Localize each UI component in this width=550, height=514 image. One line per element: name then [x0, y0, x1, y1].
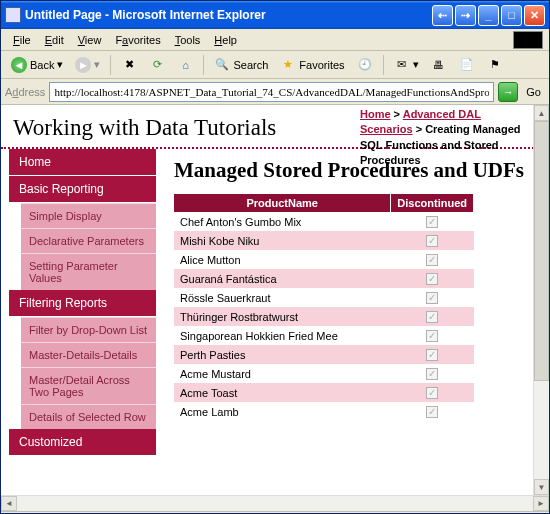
cell-discontinued: ✓: [391, 307, 474, 326]
window-controls: ⇠ ⇢ _ □ ✕: [432, 5, 545, 26]
col-discontinued: Discontinued: [391, 194, 474, 212]
menu-tools[interactable]: Tools: [169, 32, 207, 48]
edit-button[interactable]: 📄: [455, 55, 479, 75]
breadcrumb-home[interactable]: Home: [360, 108, 391, 120]
cell-productname: Thüringer Rostbratwurst: [174, 307, 391, 326]
ie-logo: [513, 31, 543, 49]
cell-productname: Mishi Kobe Niku: [174, 231, 391, 250]
address-label: Address: [5, 86, 45, 98]
cell-productname: Acme Mustard: [174, 364, 391, 383]
home-icon: ⌂: [177, 57, 193, 73]
table-row: Rössle Sauerkraut✓: [174, 288, 474, 307]
cell-discontinued: ✓: [391, 402, 474, 421]
go-label: Go: [522, 86, 545, 98]
checkbox-disabled: ✓: [426, 387, 438, 399]
table-row: Acme Lamb✓: [174, 402, 474, 421]
stop-button[interactable]: ✖: [117, 55, 141, 75]
checkbox-disabled: ✓: [426, 235, 438, 247]
maximize-button[interactable]: □: [501, 5, 522, 26]
forward-button[interactable]: ► ▾: [71, 55, 104, 75]
addressbar: Address → Go: [1, 79, 549, 105]
separator: [110, 55, 111, 75]
history-button[interactable]: 🕘: [353, 55, 377, 75]
sidebar-sub-item[interactable]: Setting Parameter Values: [21, 253, 156, 290]
table-row: Acme Toast✓: [174, 383, 474, 402]
cell-discontinued: ✓: [391, 364, 474, 383]
scroll-left-icon[interactable]: ◄: [1, 496, 17, 511]
scroll-down-icon[interactable]: ▼: [534, 479, 549, 495]
home-button[interactable]: ⌂: [173, 55, 197, 75]
checkbox-disabled: ✓: [426, 406, 438, 418]
checkbox-disabled: ✓: [426, 349, 438, 361]
address-input[interactable]: [49, 82, 494, 102]
extra-button-1[interactable]: ⇠: [432, 5, 453, 26]
sidebar-sub-item[interactable]: Declarative Parameters: [21, 228, 156, 253]
menu-file[interactable]: File: [7, 32, 37, 48]
sidebar-item-filtering-reports[interactable]: Filtering Reports: [9, 290, 156, 317]
table-row: Thüringer Rostbratwurst✓: [174, 307, 474, 326]
scroll-thumb[interactable]: [534, 121, 549, 381]
cell-productname: Singaporean Hokkien Fried Mee: [174, 326, 391, 345]
sidebar-item-customized[interactable]: Customized: [9, 429, 156, 456]
sidebar-item-basic-reporting[interactable]: Basic Reporting: [9, 176, 156, 203]
favorites-button[interactable]: ★ Favorites: [276, 55, 348, 75]
separator: [383, 55, 384, 75]
forward-icon: ►: [75, 57, 91, 73]
products-table: ProductName Discontinued Chef Anton's Gu…: [174, 194, 474, 421]
sidebar-sub-item[interactable]: Simple Display: [21, 203, 156, 228]
cell-discontinued: ✓: [391, 345, 474, 364]
cell-productname: Chef Anton's Gumbo Mix: [174, 212, 391, 231]
close-button[interactable]: ✕: [524, 5, 545, 26]
menu-help[interactable]: Help: [208, 32, 243, 48]
col-productname: ProductName: [174, 194, 391, 212]
browser-viewport: Working with Data Tutorials Home Basic R…: [1, 105, 549, 495]
minimize-button[interactable]: _: [478, 5, 499, 26]
menu-view[interactable]: View: [72, 32, 108, 48]
checkbox-disabled: ✓: [426, 273, 438, 285]
search-label: Search: [233, 59, 268, 71]
checkbox-disabled: ✓: [426, 254, 438, 266]
print-button[interactable]: 🖶: [427, 55, 451, 75]
cell-productname: Acme Toast: [174, 383, 391, 402]
extra-button-2[interactable]: ⇢: [455, 5, 476, 26]
menubar: File Edit View Favorites Tools Help: [1, 29, 549, 51]
go-button[interactable]: →: [498, 82, 518, 102]
sidebar-sub-item[interactable]: Details of Selected Row: [21, 404, 156, 429]
history-icon: 🕘: [357, 57, 373, 73]
checkbox-disabled: ✓: [426, 292, 438, 304]
scroll-right-icon[interactable]: ►: [533, 496, 549, 511]
search-button[interactable]: 🔍 Search: [210, 55, 272, 75]
sidebar-sub-item[interactable]: Master-Details-Details: [21, 342, 156, 367]
search-icon: 🔍: [214, 57, 230, 73]
edit-icon: 📄: [459, 57, 475, 73]
cell-discontinued: ✓: [391, 326, 474, 345]
table-row: Perth Pasties✓: [174, 345, 474, 364]
cell-discontinued: ✓: [391, 212, 474, 231]
sidebar-item-home[interactable]: Home: [9, 149, 156, 176]
sidebar-sub-item[interactable]: Master/Detail Across Two Pages: [21, 367, 156, 404]
back-icon: ◄: [11, 57, 27, 73]
back-button[interactable]: ◄ Back ▾: [7, 55, 67, 75]
table-row: Mishi Kobe Niku✓: [174, 231, 474, 250]
cell-discontinued: ✓: [391, 269, 474, 288]
sidebar-sub-item[interactable]: Filter by Drop-Down List: [21, 317, 156, 342]
checkbox-disabled: ✓: [426, 368, 438, 380]
dropdown-icon: ▾: [94, 58, 100, 71]
window-title: Untitled Page - Microsoft Internet Explo…: [25, 8, 432, 22]
cell-productname: Perth Pasties: [174, 345, 391, 364]
extra-icon: ⚑: [487, 57, 503, 73]
refresh-button[interactable]: ⟳: [145, 55, 169, 75]
vertical-scrollbar[interactable]: ▲ ▼: [533, 105, 549, 495]
table-row: Guaraná Fantástica✓: [174, 269, 474, 288]
menu-edit[interactable]: Edit: [39, 32, 70, 48]
ie-icon: [5, 7, 21, 23]
refresh-icon: ⟳: [149, 57, 165, 73]
breadcrumb: Home > Advanced DAL Scenarios > Creating…: [360, 107, 535, 169]
extra-button[interactable]: ⚑: [483, 55, 507, 75]
cell-discontinued: ✓: [391, 288, 474, 307]
menu-favorites[interactable]: Favorites: [109, 32, 166, 48]
horizontal-scrollbar[interactable]: ◄ ►: [1, 495, 549, 511]
back-label: Back: [30, 59, 54, 71]
mail-button[interactable]: ✉▾: [390, 55, 423, 75]
scroll-up-icon[interactable]: ▲: [534, 105, 549, 121]
